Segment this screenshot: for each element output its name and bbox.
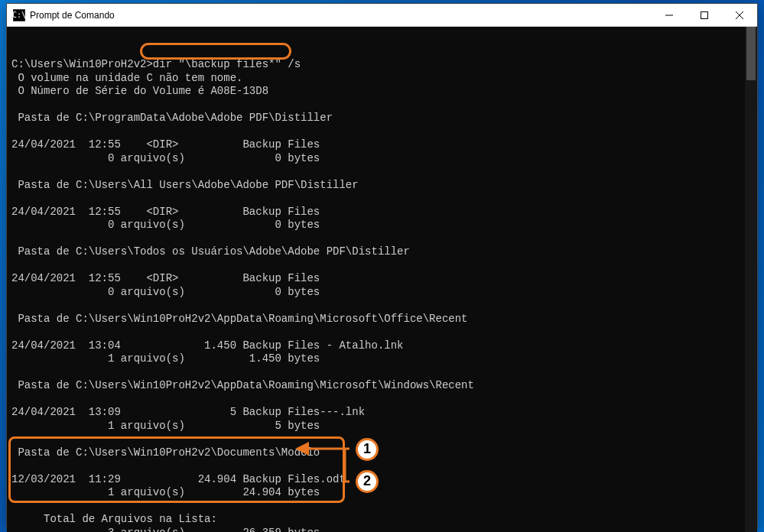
output-line: Pasta de C:\Users\Win10ProH2v2\AppData\R… <box>11 313 468 325</box>
blank-line <box>11 259 18 271</box>
maximize-icon <box>701 11 708 19</box>
blank-line <box>11 393 18 405</box>
output-line: O volume na unidade C não tem nome. <box>11 72 242 84</box>
blank-line <box>11 326 18 338</box>
terminal-area: C:\Users\Win10ProH2v2>dir "\backup files… <box>7 27 757 532</box>
close-icon <box>736 11 743 19</box>
output-line: 24/04/2021 13:09 5 Backup Files---.lnk <box>11 406 365 418</box>
blank-line <box>11 125 18 138</box>
annotation-callout-2: 2 <box>356 470 379 493</box>
output-line: 0 arquivo(s) 0 bytes <box>11 286 320 298</box>
vertical-scrollbar[interactable] <box>745 27 757 532</box>
svg-rect-1 <box>701 11 708 18</box>
terminal-output[interactable]: C:\Users\Win10ProH2v2>dir "\backup files… <box>7 27 745 532</box>
prompt-path: C:\Users\Win10ProH2v2> <box>11 58 153 70</box>
output-line: 12/03/2021 11:29 24.904 Backup Files.odt <box>11 473 346 485</box>
blank-line <box>11 433 18 445</box>
output-line: 1 arquivo(s) 1.450 bytes <box>11 352 320 365</box>
output-line: 0 arquivo(s) 0 bytes <box>11 219 320 231</box>
minimize-button[interactable] <box>652 4 687 27</box>
close-button[interactable] <box>722 4 757 27</box>
output-line: 24/04/2021 12:55 <DIR> Backup Files <box>11 138 320 151</box>
output-line: Pasta de C:\Users\Win10ProH2v2\AppData\R… <box>11 379 474 391</box>
output-line: Total de Arquivos na Lista: <box>11 513 217 525</box>
blank-line <box>11 45 18 57</box>
output-line: Pasta de C:\Users\All Users\Adobe\Adobe … <box>11 179 359 191</box>
output-line: 24/04/2021 12:55 <DIR> Backup Files <box>11 272 320 284</box>
blank-line <box>11 299 18 311</box>
annotation-callout-1: 1 <box>356 438 379 461</box>
blank-line <box>11 99 18 111</box>
window-title: Prompt de Comando <box>30 10 115 21</box>
scrollbar-thumb[interactable] <box>746 27 756 80</box>
annotation-command-highlight <box>140 43 291 60</box>
output-line: Pasta de C:\ProgramData\Adobe\Adobe PDF\… <box>11 112 333 124</box>
cmd-icon: C:\ <box>13 9 25 21</box>
output-line: 3 arquivo(s) 26.359 bytes <box>11 527 320 533</box>
prompt-line: C:\Users\Win10ProH2v2>dir "\backup files… <box>11 58 301 70</box>
output-line: Pasta de C:\Users\Win10ProH2v2\Documents… <box>11 446 320 459</box>
output-line: O Número de Série do Volume é A08E-13D8 <box>11 85 268 97</box>
blank-line <box>11 192 18 204</box>
typed-command: dir "\backup files*" /s <box>153 58 301 70</box>
output-line: 1 arquivo(s) 5 bytes <box>11 420 320 432</box>
output-line: 24/04/2021 13:04 1.450 Backup Files - At… <box>11 339 403 352</box>
output-line: 0 arquivo(s) 0 bytes <box>11 152 320 164</box>
blank-line <box>11 459 18 472</box>
blank-line <box>11 165 18 177</box>
titlebar[interactable]: C:\ Prompt de Comando <box>7 4 757 27</box>
cmd-window: C:\ Prompt de Comando C:\Users\Win10ProH… <box>6 3 758 529</box>
output-line: Pasta de C:\Users\Todos os Usuários\Adob… <box>11 245 410 258</box>
output-line: 1 arquivo(s) 24.904 bytes <box>11 486 320 498</box>
blank-line <box>11 366 18 378</box>
output-line: 24/04/2021 12:55 <DIR> Backup Files <box>11 206 320 218</box>
minimize-icon <box>665 11 673 19</box>
blank-line <box>11 232 18 245</box>
maximize-button[interactable] <box>687 4 722 27</box>
blank-line <box>11 500 18 512</box>
